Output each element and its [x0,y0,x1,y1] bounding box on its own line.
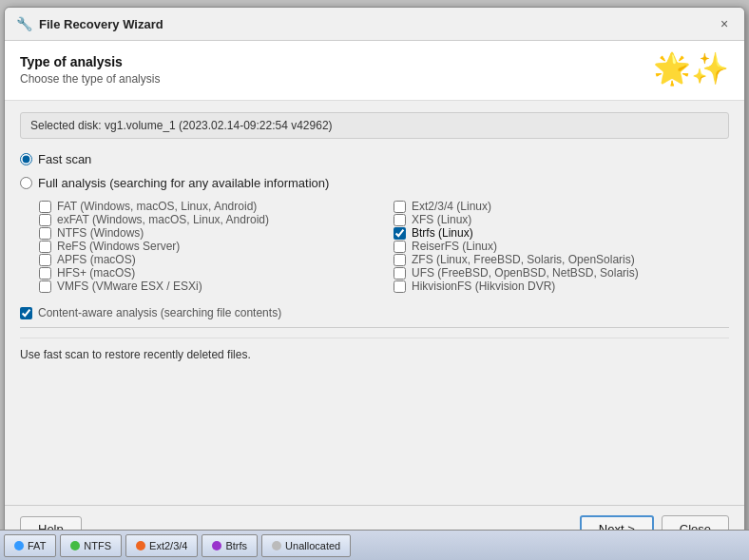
title-bar: 🔧 File Recovery Wizard × [5,8,744,41]
app-icon: 🔧 [16,16,31,31]
xfs-checkbox[interactable] [394,214,406,226]
filesystem-grid: FAT (Windows, macOS, Linux, Android) exF… [39,200,729,293]
refs-label: ReFS (Windows Server) [57,240,180,253]
hikvisionfs-label: HikvisionFS (Hikvision DVR) [412,280,555,293]
refs-checkbox[interactable] [39,241,51,253]
taskbar-dot-btrfs [212,541,221,550]
list-item: HFS+ (macOS) [39,266,374,280]
taskbar-label-btrfs: Btrfs [225,540,247,551]
list-item: NTFS (Windows) [39,226,374,240]
exfat-label: exFAT (Windows, macOS, Linux, Android) [57,213,269,226]
fast-scan-label: Fast scan [38,152,91,166]
taskbar-item-ext[interactable]: Ext2/3/4 [125,534,198,557]
exfat-checkbox[interactable] [39,214,51,226]
window-close-button[interactable]: × [716,15,733,32]
taskbar-item-btrfs[interactable]: Btrfs [202,534,258,557]
list-item: FAT (Windows, macOS, Linux, Android) [39,200,374,213]
list-item: VMFS (VMware ESX / ESXi) [39,280,374,293]
header-section: Type of analysis Choose the type of anal… [5,41,744,101]
ext234-label: Ext2/3/4 (Linux) [412,200,491,213]
reiserfs-label: ReiserFS (Linux) [412,240,497,253]
dialog-title: File Recovery Wizard [39,17,163,31]
fat-checkbox[interactable] [39,201,51,213]
wizard-icon: 🌟✨ [653,50,729,87]
taskbar-dot-unallocated [272,541,281,550]
taskbar-label-ext: Ext2/3/4 [149,540,187,551]
taskbar-label-unallocated: Unallocated [285,540,340,551]
fast-scan-option[interactable]: Fast scan [20,152,729,166]
header-text: Type of analysis Choose the type of anal… [20,54,160,86]
zfs-label: ZFS (Linux, FreeBSD, Solaris, OpenSolari… [412,253,635,266]
taskbar-label-fat: FAT [28,540,46,551]
taskbar-dot-fat [14,541,24,550]
taskbar-dot-ext [136,541,145,550]
apfs-label: APFS (macOS) [57,253,136,266]
taskbar: FAT NTFS Ext2/3/4 Btrfs Unallocated [0,530,749,560]
fs-right-column: Ext2/3/4 (Linux) XFS (Linux) Btrfs (Linu… [394,200,729,293]
ufs-label: UFS (FreeBSD, OpenBSD, NetBSD, Solaris) [412,266,639,280]
taskbar-item-ntfs[interactable]: NTFS [60,534,122,557]
list-item: ReiserFS (Linux) [394,240,729,253]
fs-left-column: FAT (Windows, macOS, Linux, Android) exF… [39,200,374,293]
ufs-checkbox[interactable] [394,267,406,280]
taskbar-label-ntfs: NTFS [84,540,111,551]
vmfs-checkbox[interactable] [39,280,51,293]
info-text: Use fast scan to restore recently delete… [20,338,729,361]
dialog-window: 🔧 File Recovery Wizard × Type of analysi… [4,7,745,553]
separator [20,327,729,328]
section-title: Type of analysis [20,54,160,69]
fast-scan-radio[interactable] [20,153,32,165]
taskbar-dot-ntfs [70,541,80,550]
full-analysis-option[interactable]: Full analysis (searching for any availab… [20,176,729,190]
list-item: exFAT (Windows, macOS, Linux, Android) [39,213,374,226]
taskbar-item-fat[interactable]: FAT [4,534,56,557]
ext234-checkbox[interactable] [394,201,406,213]
selected-disk-label: Selected disk: vg1.volume_1 (2023.02.14-… [20,112,729,139]
content-aware-checkbox[interactable] [20,307,32,319]
list-item: ZFS (Linux, FreeBSD, Solaris, OpenSolari… [394,253,729,266]
btrfs-checkbox[interactable] [394,227,406,240]
zfs-checkbox[interactable] [394,254,406,266]
list-item: HikvisionFS (Hikvision DVR) [394,280,729,293]
vmfs-label: VMFS (VMware ESX / ESXi) [57,280,202,293]
content-area: Selected disk: vg1.volume_1 (2023.02.14-… [5,101,744,505]
title-bar-left: 🔧 File Recovery Wizard [16,16,163,31]
list-item: Ext2/3/4 (Linux) [394,200,729,213]
ntfs-checkbox[interactable] [39,227,51,240]
btrfs-label: Btrfs (Linux) [412,226,473,240]
section-subtitle: Choose the type of analysis [20,72,160,86]
reiserfs-checkbox[interactable] [394,241,406,253]
list-item: APFS (macOS) [39,253,374,266]
apfs-checkbox[interactable] [39,254,51,266]
content-aware-label: Content-aware analysis (searching file c… [38,306,281,319]
hfsplus-checkbox[interactable] [39,267,51,280]
list-item: UFS (FreeBSD, OpenBSD, NetBSD, Solaris) [394,266,729,280]
content-aware-option: Content-aware analysis (searching file c… [20,306,729,319]
list-item: ReFS (Windows Server) [39,240,374,253]
xfs-label: XFS (Linux) [412,213,471,226]
hikvisionfs-checkbox[interactable] [394,280,406,293]
list-item: XFS (Linux) [394,213,729,226]
full-analysis-label: Full analysis (searching for any availab… [38,176,329,190]
fat-label: FAT (Windows, macOS, Linux, Android) [57,200,257,213]
list-item: Btrfs (Linux) [394,226,729,240]
full-analysis-radio[interactable] [20,177,32,189]
ntfs-label: NTFS (Windows) [57,226,144,240]
hfsplus-label: HFS+ (macOS) [57,266,135,280]
taskbar-item-unallocated[interactable]: Unallocated [261,534,351,557]
